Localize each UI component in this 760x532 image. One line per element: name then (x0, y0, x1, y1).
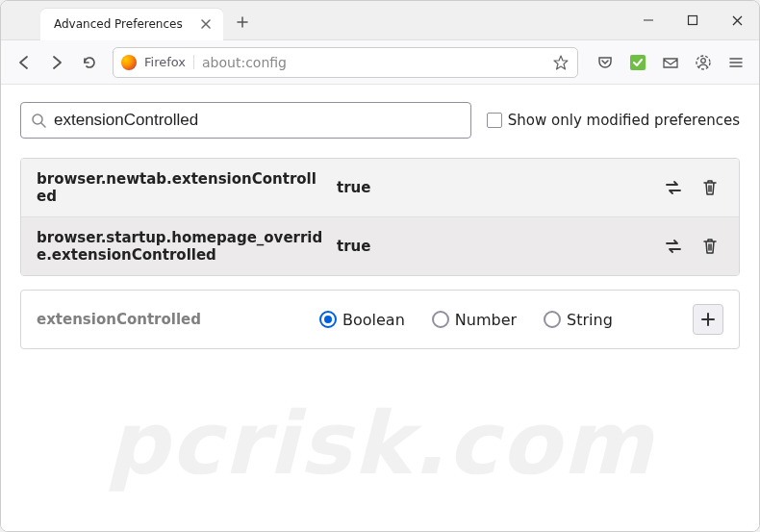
search-preferences-input-wrapper (20, 102, 471, 139)
preference-row: browser.startup.homepage_override.extens… (21, 216, 739, 275)
toggle-icon[interactable] (660, 174, 687, 201)
new-preference-name: extensionControlled (37, 311, 306, 328)
window-titlebar: Advanced Preferences (1, 1, 759, 40)
delete-icon[interactable] (697, 233, 723, 260)
new-preference-row: extensionControlled Boolean Number Strin… (20, 290, 740, 349)
preference-value: true (337, 179, 648, 196)
toggle-icon[interactable] (660, 233, 687, 260)
preferences-table: browser.newtab.extensionControlled true … (20, 158, 740, 276)
minimize-button[interactable] (626, 1, 671, 40)
show-modified-checkbox[interactable] (487, 113, 502, 128)
preference-name: browser.newtab.extensionControlled (37, 170, 325, 205)
radio-string[interactable]: String (544, 311, 613, 329)
firefox-logo-icon (121, 55, 137, 70)
checkbox-label-text: Show only modified preferences (508, 112, 740, 129)
radio-label: Number (455, 311, 517, 329)
svg-point-3 (701, 58, 706, 63)
address-bar[interactable]: Firefox about:config (113, 47, 578, 78)
account-icon[interactable] (688, 47, 719, 78)
radio-label: Boolean (342, 311, 405, 329)
bookmark-star-icon[interactable] (552, 54, 570, 71)
show-modified-checkbox-label[interactable]: Show only modified preferences (487, 112, 740, 129)
delete-icon[interactable] (697, 174, 723, 201)
window-controls (626, 1, 759, 40)
back-button[interactable] (9, 47, 39, 78)
tab-title: Advanced Preferences (54, 17, 198, 31)
radio-icon (319, 311, 337, 328)
close-window-button[interactable] (715, 1, 759, 40)
radio-number[interactable]: Number (432, 311, 517, 329)
preference-value: true (337, 238, 648, 255)
close-tab-icon[interactable] (198, 16, 214, 32)
address-url: about:config (202, 55, 545, 70)
search-preferences-input[interactable] (54, 111, 461, 130)
extension-icon[interactable] (622, 47, 653, 78)
radio-boolean[interactable]: Boolean (319, 311, 405, 329)
pocket-icon[interactable] (590, 47, 621, 78)
svg-rect-0 (689, 16, 697, 25)
about-config-content: Show only modified preferences browser.n… (1, 85, 759, 531)
browser-toolbar: Firefox about:config (1, 40, 759, 85)
browser-tab[interactable]: Advanced Preferences (40, 9, 223, 40)
mail-icon[interactable] (655, 47, 686, 78)
new-tab-button[interactable] (229, 9, 256, 36)
reload-button[interactable] (74, 47, 105, 78)
maximize-button[interactable] (671, 1, 715, 40)
add-preference-button[interactable] (693, 304, 723, 335)
radio-icon (432, 311, 449, 328)
preference-name: browser.startup.homepage_override.extens… (37, 229, 325, 264)
menu-button[interactable] (721, 47, 751, 78)
svg-rect-1 (630, 55, 646, 70)
forward-button[interactable] (41, 47, 72, 78)
radio-icon (544, 311, 561, 328)
preference-row: browser.newtab.extensionControlled true (21, 159, 739, 216)
address-identity: Firefox (144, 55, 194, 69)
type-options: Boolean Number String (319, 311, 679, 329)
search-icon (31, 113, 46, 128)
radio-label: String (567, 311, 613, 329)
